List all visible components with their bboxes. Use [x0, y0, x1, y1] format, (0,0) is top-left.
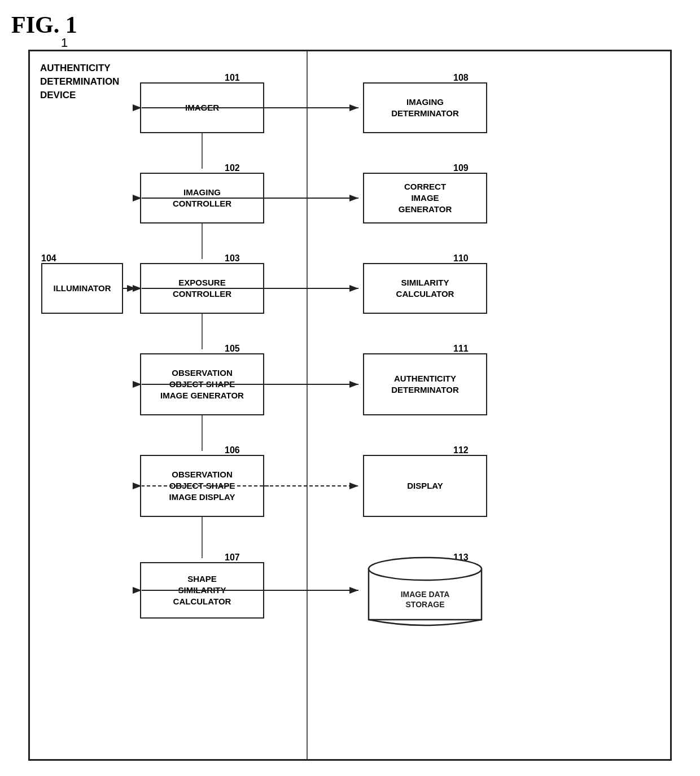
- comp-111: AUTHENTICITYDETERMINATOR: [363, 353, 487, 415]
- comp-107: SHAPESIMILARITYCALCULATOR: [140, 562, 264, 619]
- label-102: 102: [225, 163, 240, 173]
- comp-103: EXPOSURECONTROLLER: [140, 263, 264, 314]
- device-number: 1: [61, 36, 68, 50]
- svg-point-1: [369, 558, 482, 580]
- svg-text:IMAGE DATA: IMAGE DATA: [401, 590, 450, 599]
- label-103: 103: [225, 253, 240, 264]
- comp-105: OBSERVATIONOBJECT SHAPEIMAGE GENERATOR: [140, 353, 264, 415]
- label-107: 107: [225, 553, 240, 563]
- svg-text:STORAGE: STORAGE: [406, 600, 445, 609]
- label-109: 109: [453, 163, 469, 173]
- comp-108: IMAGINGDETERMINATOR: [363, 82, 487, 133]
- comp-102: IMAGINGCONTROLLER: [140, 173, 264, 223]
- label-111: 111: [453, 344, 469, 354]
- label-104: 104: [41, 253, 56, 264]
- comp-101: IMAGER: [140, 82, 264, 133]
- device-label: AUTHENTICITYDETERMINATIONDEVICE: [40, 62, 119, 102]
- comp-112: DISPLAY: [363, 455, 487, 517]
- label-108: 108: [453, 73, 469, 83]
- vertical-divider: [307, 51, 308, 759]
- arrows-overlay: [30, 51, 670, 759]
- comp-104: ILLUMINATOR: [41, 263, 123, 314]
- comp-106: OBSERVATIONOBJECT SHAPEIMAGE DISPLAY: [140, 455, 264, 517]
- comp-109: CORRECTIMAGEGENERATOR: [363, 173, 487, 223]
- label-106: 106: [225, 445, 240, 455]
- comp-110: SIMILARITYCALCULATOR: [363, 263, 487, 314]
- label-101: 101: [225, 73, 240, 83]
- page-title: FIG. 1: [11, 11, 689, 38]
- comp-113: IMAGE DATA STORAGE: [363, 556, 487, 630]
- label-112: 112: [453, 445, 469, 455]
- outer-box: 1 AUTHENTICITYDETERMINATIONDEVICE IMAGER…: [28, 50, 672, 761]
- label-110: 110: [453, 253, 469, 264]
- label-105: 105: [225, 344, 240, 354]
